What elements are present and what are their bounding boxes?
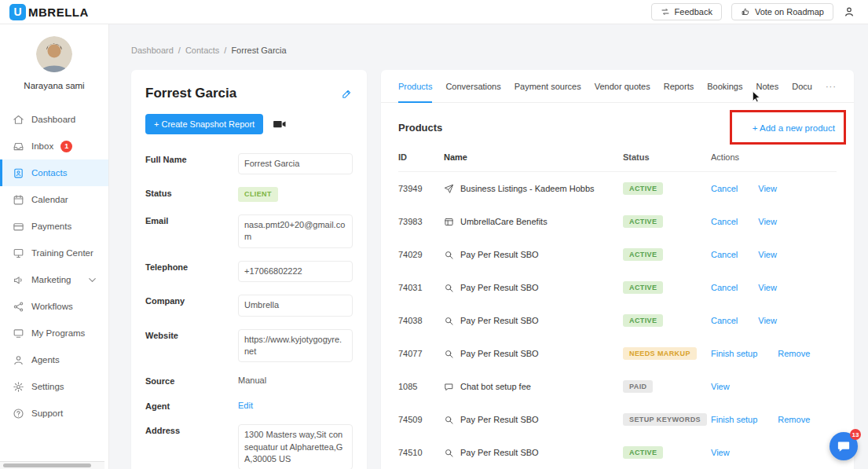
field-input[interactable]: Umbrella — [238, 295, 353, 316]
content-row: Forrest Garcia + Create Snapshot Report … — [109, 70, 868, 469]
action-remove[interactable]: Remove — [778, 415, 810, 424]
avatar[interactable] — [36, 36, 72, 72]
tab-bookings[interactable]: Bookings — [707, 70, 742, 102]
tab-docu[interactable]: Docu — [792, 70, 812, 102]
scrollbar-thumb[interactable] — [3, 464, 91, 467]
create-snapshot-report-button[interactable]: + Create Snapshot Report — [145, 114, 263, 134]
chat-launcher-button[interactable]: 13 — [830, 432, 858, 460]
account-icon[interactable] — [843, 5, 855, 18]
video-camera-icon[interactable] — [273, 117, 287, 131]
tabs: ProductsConversationsPayment sourcesVend… — [381, 70, 854, 103]
sidebar-item-workflows[interactable]: Workflows — [0, 293, 108, 320]
product-name: Pay Per Result SBO — [444, 283, 623, 293]
action-view[interactable]: View — [758, 217, 777, 226]
breadcrumb-item[interactable]: Contacts — [185, 46, 219, 55]
sidebar-item-label: Contacts — [31, 168, 67, 178]
action-finish-setup[interactable]: Finish setup — [711, 349, 757, 358]
status-badge: ACTIVE — [623, 215, 663, 228]
sidebar-item-payments[interactable]: Payments — [0, 213, 108, 240]
sidebar-item-label: Payments — [31, 222, 71, 231]
calendar-icon — [13, 194, 24, 206]
sidebar: Narayana sami DashboardInbox1ContactsCal… — [0, 24, 109, 469]
sidebar-item-training-center[interactable]: Training Center — [0, 240, 108, 266]
breadcrumb-separator: / — [224, 46, 226, 55]
field-value: https://www.kyjotygogyre.net — [238, 326, 353, 363]
sidebar-menu: DashboardInbox1ContactsCalendarPaymentsT… — [0, 106, 108, 427]
tab-conversations[interactable]: Conversations — [445, 70, 500, 102]
action-cancel[interactable]: Cancel — [711, 316, 738, 325]
edit-agent-link[interactable]: Edit — [238, 401, 253, 410]
brand-name: MBRELLA — [28, 5, 89, 19]
feedback-label: Feedback — [675, 7, 712, 16]
tabs-overflow-button[interactable]: ··· — [826, 70, 837, 102]
product-name: Pay Per Result SBO — [444, 250, 623, 260]
field-label: Email — [145, 211, 238, 226]
action-finish-setup[interactable]: Finish setup — [711, 415, 757, 424]
field-telephone: Telephone+17066802222 — [145, 253, 353, 287]
edit-pencil-icon[interactable] — [341, 88, 353, 100]
chevron-down-icon — [86, 274, 98, 286]
brand-logo-icon: U — [9, 4, 26, 20]
action-cancel[interactable]: Cancel — [711, 283, 738, 292]
breadcrumb-item: Forrest Garcia — [231, 46, 286, 55]
field-value: 1300 Masters way,Sit consequatur ut Alph… — [238, 421, 353, 469]
action-view[interactable]: View — [758, 283, 777, 292]
product-id: 1085 — [398, 382, 444, 391]
field-full-name: Full NameForrest Garcia — [145, 145, 353, 179]
action-cancel[interactable]: Cancel — [711, 217, 738, 226]
unread-badge: 1 — [60, 141, 72, 152]
sidebar-item-agents[interactable]: Agents — [0, 346, 108, 373]
action-cancel[interactable]: Cancel — [711, 184, 738, 193]
product-id: 74509 — [398, 415, 444, 424]
contact-card: Forrest Garcia + Create Snapshot Report … — [131, 70, 367, 469]
action-view[interactable]: View — [758, 316, 777, 325]
product-name-text: Pay Per Result SBO — [460, 415, 539, 424]
search-icon — [444, 283, 454, 293]
field-input[interactable]: nasa.pmt20+20@gmail.com — [238, 214, 353, 248]
breadcrumb-item[interactable]: Dashboard — [131, 46, 174, 55]
tab-payment-sources[interactable]: Payment sources — [515, 70, 581, 102]
sidebar-item-label: Training Center — [31, 248, 93, 258]
product-status: PAID — [623, 380, 711, 393]
action-view[interactable]: View — [711, 382, 730, 391]
field-input[interactable]: Forrest Garcia — [238, 153, 353, 174]
contact-header: Forrest Garcia — [145, 82, 353, 114]
tab-reports[interactable]: Reports — [664, 70, 694, 102]
tab-vendor-quotes[interactable]: Vendor quotes — [595, 70, 650, 102]
sidebar-item-my-programs[interactable]: My Programs — [0, 320, 108, 346]
feedback-button[interactable]: Feedback — [651, 3, 722, 20]
products-header: Products + Add a new product — [381, 103, 854, 148]
action-cancel[interactable]: Cancel — [711, 250, 738, 259]
products-title: Products — [398, 122, 442, 134]
sidebar-item-dashboard[interactable]: Dashboard — [0, 106, 108, 133]
settings-icon — [13, 381, 24, 393]
field-label: Telephone — [145, 258, 238, 273]
sidebar-item-calendar[interactable]: Calendar — [0, 186, 108, 213]
horizontal-scrollbar[interactable] — [0, 461, 104, 469]
product-status: ACTIVE — [623, 281, 711, 294]
products-table: IDNameStatusActions 73949Business Listin… — [381, 148, 854, 469]
products-table-head: IDNameStatusActions — [398, 148, 837, 172]
sidebar-item-contacts[interactable]: Contacts — [0, 159, 108, 186]
field-input[interactable]: https://www.kyjotygogyre.net — [238, 329, 353, 363]
action-view[interactable]: View — [758, 184, 777, 193]
sidebar-item-inbox[interactable]: Inbox1 — [0, 133, 108, 159]
action-view[interactable]: View — [711, 448, 730, 457]
search-icon — [444, 448, 454, 458]
brand-logo[interactable]: U MBRELLA — [9, 4, 89, 20]
training-icon — [13, 247, 24, 259]
field-input[interactable]: 1300 Masters way,Sit consequatur ut Alph… — [238, 424, 353, 469]
product-status: ACTIVE — [623, 446, 711, 459]
sidebar-item-settings[interactable]: Settings — [0, 373, 108, 400]
add-new-product-button[interactable]: + Add a new product — [753, 123, 835, 133]
contacts-icon — [13, 167, 24, 179]
main-content: Dashboard/Contacts/Forrest Garcia Forres… — [109, 24, 868, 469]
tab-products[interactable]: Products — [398, 70, 432, 102]
field-input[interactable]: +17066802222 — [238, 261, 353, 282]
sidebar-item-marketing[interactable]: Marketing — [0, 266, 108, 293]
sidebar-item-label: Agents — [31, 355, 60, 365]
sidebar-item-support[interactable]: Support — [0, 400, 108, 427]
action-remove[interactable]: Remove — [778, 349, 810, 358]
action-view[interactable]: View — [758, 250, 777, 259]
vote-on-roadmap-button[interactable]: Vote on Roadmap — [731, 3, 833, 20]
